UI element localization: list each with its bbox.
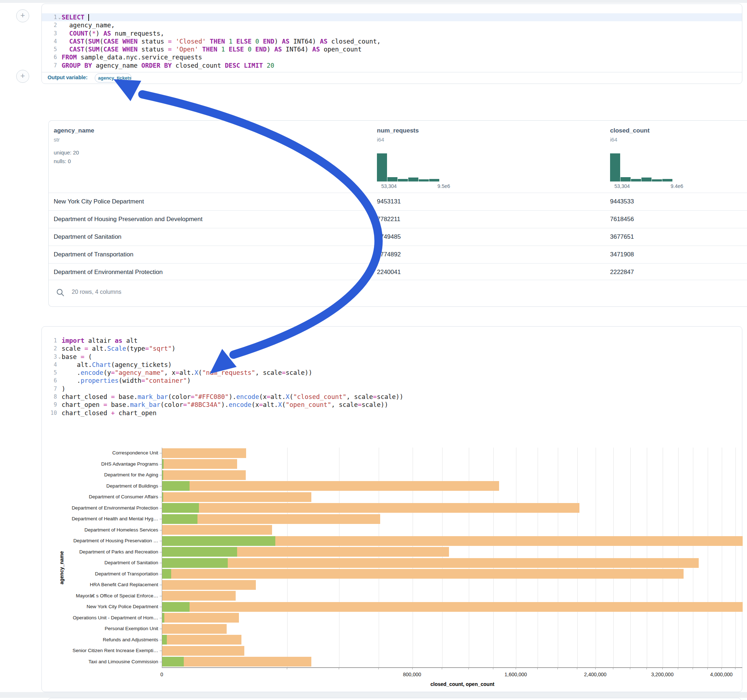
y-axis-label: New York City Police Department: [50, 604, 158, 609]
gridline: [413, 448, 413, 667]
code-line: 2 agency_name,: [42, 21, 742, 29]
code-line: 2scale = alt.Scale(type="sqrt"): [42, 345, 742, 353]
code-line: 7): [42, 385, 742, 393]
y-axis-label: Taxi and Limousine Commission: [50, 659, 158, 664]
bar-open-count: [162, 536, 275, 546]
bar-open-count: [162, 613, 164, 623]
x-tick: [516, 667, 516, 669]
gridline: [708, 448, 708, 667]
x-axis-label: 0: [160, 671, 163, 677]
table-cell: 3471908: [610, 251, 634, 258]
python-code-editor[interactable]: 1import altair as alt2scale = alt.Scale(…: [42, 337, 742, 417]
line-number: 9: [42, 401, 57, 409]
line-number: 5: [42, 45, 57, 53]
y-axis-label: Department for the Aging: [50, 472, 158, 477]
bar-closed-count: [162, 591, 236, 600]
gridline: [469, 448, 469, 667]
code-line: 6FROM sample_data.nyc.service_requests: [42, 53, 742, 61]
column-name: closed_count: [610, 121, 747, 134]
line-number: 6: [42, 53, 57, 61]
x-tick: [287, 667, 287, 669]
x-axis-title: closed_count, open_count: [431, 681, 494, 687]
gridline: [663, 448, 663, 667]
column-histogram: [610, 153, 672, 181]
x-tick: [693, 667, 693, 669]
python-cell: 1import altair as alt2scale = alt.Scale(…: [41, 326, 742, 692]
search-icon[interactable]: [56, 288, 65, 297]
table-row[interactable]: Department of Transportation377489234719…: [48, 246, 747, 264]
fold-chevron-icon[interactable]: ⌄: [58, 353, 61, 361]
x-axis-line: [162, 667, 742, 668]
y-axis-label: Operations Unit - Department of Hom…: [50, 615, 158, 620]
x-tick: [442, 667, 442, 669]
bar-closed-count: [162, 646, 244, 656]
bar-open-count: [162, 470, 163, 480]
column-name: agency_name: [54, 121, 191, 134]
column-header-num_requests[interactable]: num_requestsi6453,3049.5e6: [377, 121, 514, 193]
code-line: 3⌄base = (: [42, 353, 742, 361]
text-cursor: [88, 14, 89, 21]
bottom-strip: [0, 692, 747, 698]
column-header-agency_name[interactable]: agency_namestrunique: 20nulls: 0: [54, 121, 191, 193]
code-line: 1import altair as alt: [42, 337, 742, 345]
y-axis-label: Department of Transportation: [50, 571, 158, 576]
x-axis-label: 800,000: [403, 671, 421, 677]
table-row[interactable]: Department of Sanitation37494853677651: [48, 228, 747, 246]
y-axis-label: Department of Health and Mental Hyg…: [50, 516, 158, 521]
sql-code-editor[interactable]: 1⌄SELECT 2 agency_name,3 COUNT(*) AS num…: [42, 13, 742, 69]
bar-closed-count: [162, 525, 272, 535]
line-number: 10: [42, 409, 57, 417]
table-cell: 3774892: [377, 251, 401, 258]
code-line: 9chart_open = base.mark_bar(color="#8BC3…: [42, 401, 742, 409]
code-line: 7GROUP BY agency_name ORDER BY closed_co…: [42, 62, 742, 69]
table-row[interactable]: Department of Environmental Protection22…: [48, 263, 747, 281]
bar-closed-count: [162, 492, 312, 502]
x-tick: [339, 667, 339, 669]
x-tick: [678, 667, 678, 669]
x-axis-label: 3,200,000: [651, 671, 673, 677]
gridline: [287, 448, 287, 667]
gridline: [379, 448, 379, 667]
bar-closed-count: [162, 613, 239, 623]
y-axis-label: Department of Homeless Services: [50, 527, 158, 533]
line-number: 4: [42, 361, 57, 369]
bar-open-count: [162, 481, 189, 491]
hist-min-label: 53,304: [381, 183, 397, 189]
column-type: i64: [610, 134, 747, 143]
bar-open-count: [162, 569, 171, 579]
line-number: 5: [42, 369, 57, 377]
column-name: num_requests: [377, 121, 514, 134]
table-row[interactable]: New York City Police Department945313194…: [48, 193, 747, 211]
y-axis-label: HRA Benefit Card Replacement: [50, 582, 158, 587]
x-tick: [630, 667, 630, 669]
hist-max-label: 9.5e6: [437, 183, 450, 189]
bar-open-count: [162, 635, 167, 644]
y-axis-label: DHS Advantage Programs: [50, 461, 158, 467]
column-type: str: [54, 134, 191, 143]
code-line: 8chart_closed = base.mark_bar(color="#FF…: [42, 393, 742, 401]
bar-closed-count: [162, 580, 256, 590]
y-axis-title: agency_name: [59, 551, 65, 584]
bar-closed-count: [162, 459, 237, 469]
output-variable-pill[interactable]: agency_tickets: [95, 74, 132, 83]
x-tick: [493, 667, 493, 669]
y-axis-label: Correspondence Unit: [50, 450, 158, 456]
bar-open-count: [162, 492, 163, 502]
add-cell-button[interactable]: +: [16, 70, 29, 83]
column-header-closed_count[interactable]: closed_counti6453,3049.4e6: [610, 121, 747, 193]
bar-closed-count: [162, 602, 742, 612]
gridline: [516, 448, 516, 667]
bar-closed-count: [162, 503, 579, 513]
x-tick: [378, 667, 379, 669]
line-number: 2: [42, 21, 57, 29]
table-row[interactable]: Department of Housing Preservation and D…: [48, 210, 747, 228]
gridline: [538, 448, 538, 667]
fold-chevron-icon[interactable]: ⌄: [58, 14, 61, 22]
add-cell-button[interactable]: +: [16, 9, 29, 22]
y-axis-label: Mayorâ€ s Office of Special Enforce…: [50, 593, 158, 599]
x-axis-label: 1,600,000: [505, 671, 527, 677]
table-cell: 7782211: [377, 216, 400, 223]
bar-closed-count: [162, 558, 699, 568]
bar-open-count: [162, 602, 189, 612]
x-axis-label: 4,000,000: [710, 671, 733, 677]
